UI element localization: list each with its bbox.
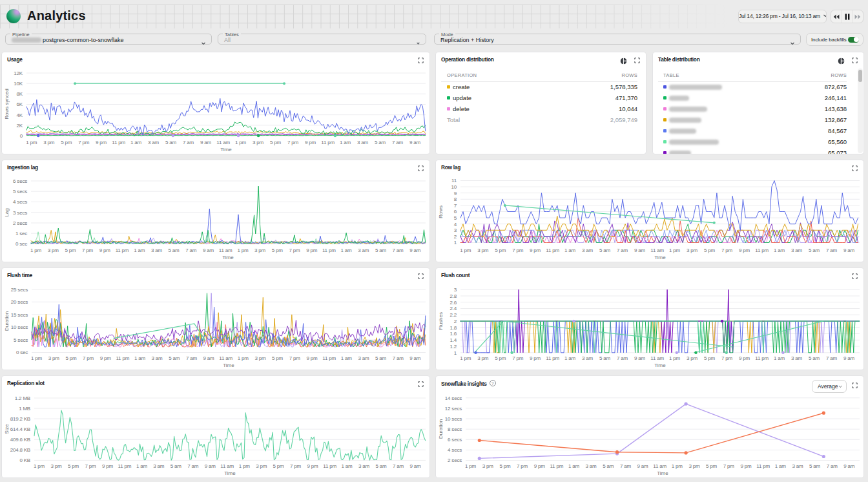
svg-text:1 sec: 1 sec xyxy=(16,231,27,236)
svg-text:1 pm: 1 pm xyxy=(34,463,45,469)
svg-text:Time: Time xyxy=(654,255,666,260)
svg-text:1 am: 1 am xyxy=(134,247,145,253)
svg-text:9 pm: 9 pm xyxy=(306,355,318,361)
svg-text:3 am: 3 am xyxy=(582,247,594,253)
svg-text:3 am: 3 am xyxy=(152,355,163,361)
svg-text:1.4: 1.4 xyxy=(450,337,457,343)
svg-text:5 pm: 5 pm xyxy=(495,247,506,253)
svg-text:7 am: 7 am xyxy=(393,463,404,469)
svg-text:9 pm: 9 pm xyxy=(307,463,319,469)
svg-text:Time: Time xyxy=(224,470,236,476)
svg-text:2: 2 xyxy=(454,319,457,324)
svg-text:1 am: 1 am xyxy=(340,140,351,145)
svg-text:Time: Time xyxy=(220,147,232,152)
svg-text:7 am: 7 am xyxy=(826,247,838,253)
svg-text:3 pm: 3 pm xyxy=(687,247,698,253)
svg-text:9 pm: 9 pm xyxy=(530,247,541,253)
svg-text:5 pm: 5 pm xyxy=(272,355,284,361)
svg-text:7 pm: 7 pm xyxy=(517,463,528,469)
svg-text:1 am: 1 am xyxy=(136,463,148,469)
svg-text:8: 8 xyxy=(454,196,457,202)
svg-text:6 secs: 6 secs xyxy=(448,437,462,443)
svg-text:1 am: 1 am xyxy=(564,355,576,361)
svg-text:9 pm: 9 pm xyxy=(739,355,750,361)
svg-text:3 pm: 3 pm xyxy=(689,463,701,469)
svg-text:9 am: 9 am xyxy=(843,355,855,361)
svg-text:11 pm: 11 pm xyxy=(112,140,125,145)
svg-text:1 MB: 1 MB xyxy=(19,406,30,412)
svg-text:Duration: Duration xyxy=(438,419,444,439)
svg-text:7 pm: 7 pm xyxy=(723,463,735,469)
svg-text:5 am: 5 am xyxy=(809,247,820,253)
svg-text:Duration: Duration xyxy=(4,311,10,331)
svg-text:7 pm: 7 pm xyxy=(287,140,299,145)
svg-text:5 pm: 5 pm xyxy=(499,463,511,469)
svg-text:5: 5 xyxy=(454,215,457,221)
svg-text:Rows synced: Rows synced xyxy=(4,89,10,120)
svg-text:9 am: 9 am xyxy=(637,463,649,469)
svg-text:11 pm: 11 pm xyxy=(550,463,563,469)
svg-text:3 am: 3 am xyxy=(791,355,803,361)
svg-text:9 pm: 9 pm xyxy=(305,140,316,145)
svg-text:7 pm: 7 pm xyxy=(289,247,301,253)
svg-text:3 am: 3 am xyxy=(153,463,165,469)
svg-text:4K: 4K xyxy=(17,112,23,118)
svg-text:5 pm: 5 pm xyxy=(273,463,285,469)
svg-text:5 pm: 5 pm xyxy=(68,463,79,469)
svg-text:1 pm: 1 pm xyxy=(235,140,247,145)
svg-text:9 pm: 9 pm xyxy=(740,463,752,469)
svg-text:7: 7 xyxy=(454,203,457,209)
svg-text:12 secs: 12 secs xyxy=(445,406,462,412)
svg-text:Lag: Lag xyxy=(4,208,10,216)
svg-text:9 am: 9 am xyxy=(843,247,855,253)
svg-text:Flushes: Flushes xyxy=(438,312,444,330)
svg-text:11 pm: 11 pm xyxy=(755,355,769,361)
svg-text:1 am: 1 am xyxy=(134,355,146,361)
svg-text:819.2 KB: 819.2 KB xyxy=(10,416,30,422)
svg-text:10K: 10K xyxy=(14,81,23,87)
svg-text:9 am: 9 am xyxy=(634,355,646,361)
svg-text:3 am: 3 am xyxy=(586,463,597,469)
svg-text:1 am: 1 am xyxy=(341,247,353,253)
svg-text:0 sec: 0 sec xyxy=(16,241,27,247)
svg-text:Time: Time xyxy=(222,255,234,260)
svg-text:11 am: 11 am xyxy=(219,355,232,361)
svg-text:5 am: 5 am xyxy=(376,463,388,469)
svg-text:9 am: 9 am xyxy=(843,463,855,469)
svg-text:2K: 2K xyxy=(17,123,23,129)
svg-text:5 am: 5 am xyxy=(375,140,386,145)
svg-text:1.6: 1.6 xyxy=(450,331,457,337)
svg-text:5 pm: 5 pm xyxy=(704,355,716,361)
svg-text:1 pm: 1 pm xyxy=(30,247,42,253)
svg-text:5 pm: 5 pm xyxy=(65,247,77,253)
svg-text:1 pm: 1 pm xyxy=(238,355,249,361)
svg-text:9 pm: 9 pm xyxy=(534,463,546,469)
svg-text:2.2: 2.2 xyxy=(450,312,457,318)
svg-text:11 am: 11 am xyxy=(653,463,666,469)
svg-text:1 am: 1 am xyxy=(775,463,787,469)
svg-text:6 secs: 6 secs xyxy=(13,178,27,184)
svg-text:2 secs: 2 secs xyxy=(448,457,462,463)
svg-text:11 am: 11 am xyxy=(216,140,230,145)
svg-text:9: 9 xyxy=(454,191,457,196)
svg-text:Rows: Rows xyxy=(438,205,444,218)
svg-text:1: 1 xyxy=(454,350,457,356)
svg-text:7 pm: 7 pm xyxy=(290,463,302,469)
svg-text:1.2: 1.2 xyxy=(450,344,457,350)
svg-text:0 KB: 0 KB xyxy=(19,457,30,463)
svg-text:3 pm: 3 pm xyxy=(253,140,264,145)
svg-text:0 sec: 0 sec xyxy=(16,350,28,355)
svg-text:7 pm: 7 pm xyxy=(85,463,96,469)
svg-text:7 am: 7 am xyxy=(393,247,404,253)
svg-text:614.4 KB: 614.4 KB xyxy=(10,426,30,432)
svg-text:3 am: 3 am xyxy=(357,140,369,145)
svg-text:1 pm: 1 pm xyxy=(237,247,249,253)
svg-text:2 secs: 2 secs xyxy=(13,220,27,226)
svg-text:5 pm: 5 pm xyxy=(704,247,716,253)
svg-text:5 am: 5 am xyxy=(603,463,614,469)
svg-text:9 pm: 9 pm xyxy=(96,140,107,145)
svg-text:7 am: 7 am xyxy=(392,140,404,145)
svg-text:5 secs: 5 secs xyxy=(14,337,28,343)
svg-text:5 am: 5 am xyxy=(599,355,611,361)
svg-text:Time: Time xyxy=(657,470,668,476)
